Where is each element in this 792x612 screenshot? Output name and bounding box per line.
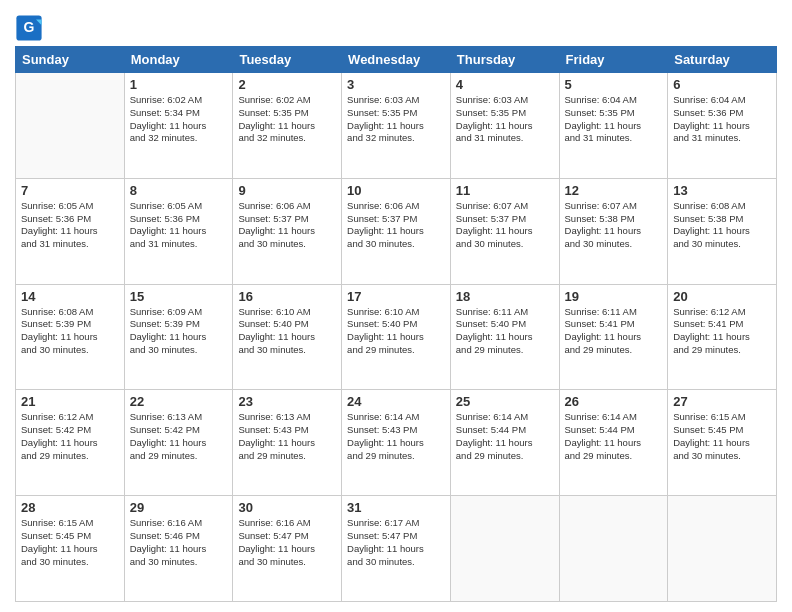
day-cell bbox=[559, 496, 668, 602]
day-cell: 25Sunrise: 6:14 AM Sunset: 5:44 PM Dayli… bbox=[450, 390, 559, 496]
day-detail: Sunrise: 6:13 AM Sunset: 5:43 PM Dayligh… bbox=[238, 411, 336, 462]
day-cell: 29Sunrise: 6:16 AM Sunset: 5:46 PM Dayli… bbox=[124, 496, 233, 602]
day-number: 31 bbox=[347, 500, 445, 515]
day-cell: 7Sunrise: 6:05 AM Sunset: 5:36 PM Daylig… bbox=[16, 178, 125, 284]
day-detail: Sunrise: 6:05 AM Sunset: 5:36 PM Dayligh… bbox=[21, 200, 119, 251]
day-number: 14 bbox=[21, 289, 119, 304]
day-detail: Sunrise: 6:12 AM Sunset: 5:42 PM Dayligh… bbox=[21, 411, 119, 462]
col-header-monday: Monday bbox=[124, 47, 233, 73]
day-detail: Sunrise: 6:15 AM Sunset: 5:45 PM Dayligh… bbox=[21, 517, 119, 568]
day-cell bbox=[450, 496, 559, 602]
day-detail: Sunrise: 6:05 AM Sunset: 5:36 PM Dayligh… bbox=[130, 200, 228, 251]
day-number: 12 bbox=[565, 183, 663, 198]
day-detail: Sunrise: 6:16 AM Sunset: 5:46 PM Dayligh… bbox=[130, 517, 228, 568]
day-cell: 14Sunrise: 6:08 AM Sunset: 5:39 PM Dayli… bbox=[16, 284, 125, 390]
day-cell: 6Sunrise: 6:04 AM Sunset: 5:36 PM Daylig… bbox=[668, 73, 777, 179]
day-number: 19 bbox=[565, 289, 663, 304]
day-detail: Sunrise: 6:14 AM Sunset: 5:43 PM Dayligh… bbox=[347, 411, 445, 462]
day-detail: Sunrise: 6:06 AM Sunset: 5:37 PM Dayligh… bbox=[238, 200, 336, 251]
day-detail: Sunrise: 6:11 AM Sunset: 5:40 PM Dayligh… bbox=[456, 306, 554, 357]
col-header-thursday: Thursday bbox=[450, 47, 559, 73]
day-number: 15 bbox=[130, 289, 228, 304]
day-number: 2 bbox=[238, 77, 336, 92]
day-cell: 16Sunrise: 6:10 AM Sunset: 5:40 PM Dayli… bbox=[233, 284, 342, 390]
day-number: 18 bbox=[456, 289, 554, 304]
day-number: 25 bbox=[456, 394, 554, 409]
day-number: 27 bbox=[673, 394, 771, 409]
day-detail: Sunrise: 6:11 AM Sunset: 5:41 PM Dayligh… bbox=[565, 306, 663, 357]
day-cell: 18Sunrise: 6:11 AM Sunset: 5:40 PM Dayli… bbox=[450, 284, 559, 390]
day-number: 22 bbox=[130, 394, 228, 409]
day-number: 26 bbox=[565, 394, 663, 409]
day-detail: Sunrise: 6:07 AM Sunset: 5:38 PM Dayligh… bbox=[565, 200, 663, 251]
day-cell: 28Sunrise: 6:15 AM Sunset: 5:45 PM Dayli… bbox=[16, 496, 125, 602]
logo: G bbox=[15, 14, 45, 42]
day-cell: 24Sunrise: 6:14 AM Sunset: 5:43 PM Dayli… bbox=[342, 390, 451, 496]
day-detail: Sunrise: 6:02 AM Sunset: 5:35 PM Dayligh… bbox=[238, 94, 336, 145]
day-cell: 27Sunrise: 6:15 AM Sunset: 5:45 PM Dayli… bbox=[668, 390, 777, 496]
day-cell: 30Sunrise: 6:16 AM Sunset: 5:47 PM Dayli… bbox=[233, 496, 342, 602]
logo-icon: G bbox=[15, 14, 43, 42]
day-detail: Sunrise: 6:08 AM Sunset: 5:39 PM Dayligh… bbox=[21, 306, 119, 357]
day-cell: 15Sunrise: 6:09 AM Sunset: 5:39 PM Dayli… bbox=[124, 284, 233, 390]
header-row: SundayMondayTuesdayWednesdayThursdayFrid… bbox=[16, 47, 777, 73]
week-row-2: 7Sunrise: 6:05 AM Sunset: 5:36 PM Daylig… bbox=[16, 178, 777, 284]
day-cell: 31Sunrise: 6:17 AM Sunset: 5:47 PM Dayli… bbox=[342, 496, 451, 602]
day-detail: Sunrise: 6:14 AM Sunset: 5:44 PM Dayligh… bbox=[456, 411, 554, 462]
day-cell: 17Sunrise: 6:10 AM Sunset: 5:40 PM Dayli… bbox=[342, 284, 451, 390]
day-detail: Sunrise: 6:17 AM Sunset: 5:47 PM Dayligh… bbox=[347, 517, 445, 568]
day-detail: Sunrise: 6:08 AM Sunset: 5:38 PM Dayligh… bbox=[673, 200, 771, 251]
day-cell bbox=[668, 496, 777, 602]
header: G bbox=[15, 10, 777, 42]
day-cell: 19Sunrise: 6:11 AM Sunset: 5:41 PM Dayli… bbox=[559, 284, 668, 390]
day-cell: 2Sunrise: 6:02 AM Sunset: 5:35 PM Daylig… bbox=[233, 73, 342, 179]
day-detail: Sunrise: 6:03 AM Sunset: 5:35 PM Dayligh… bbox=[456, 94, 554, 145]
day-number: 16 bbox=[238, 289, 336, 304]
day-number: 4 bbox=[456, 77, 554, 92]
day-detail: Sunrise: 6:10 AM Sunset: 5:40 PM Dayligh… bbox=[347, 306, 445, 357]
day-number: 17 bbox=[347, 289, 445, 304]
day-number: 8 bbox=[130, 183, 228, 198]
day-cell: 20Sunrise: 6:12 AM Sunset: 5:41 PM Dayli… bbox=[668, 284, 777, 390]
day-number: 5 bbox=[565, 77, 663, 92]
day-cell: 3Sunrise: 6:03 AM Sunset: 5:35 PM Daylig… bbox=[342, 73, 451, 179]
week-row-1: 1Sunrise: 6:02 AM Sunset: 5:34 PM Daylig… bbox=[16, 73, 777, 179]
day-number: 30 bbox=[238, 500, 336, 515]
col-header-friday: Friday bbox=[559, 47, 668, 73]
col-header-saturday: Saturday bbox=[668, 47, 777, 73]
day-number: 7 bbox=[21, 183, 119, 198]
day-cell: 8Sunrise: 6:05 AM Sunset: 5:36 PM Daylig… bbox=[124, 178, 233, 284]
day-cell: 23Sunrise: 6:13 AM Sunset: 5:43 PM Dayli… bbox=[233, 390, 342, 496]
day-number: 13 bbox=[673, 183, 771, 198]
day-detail: Sunrise: 6:09 AM Sunset: 5:39 PM Dayligh… bbox=[130, 306, 228, 357]
svg-text:G: G bbox=[24, 19, 35, 35]
day-number: 24 bbox=[347, 394, 445, 409]
day-number: 10 bbox=[347, 183, 445, 198]
day-number: 9 bbox=[238, 183, 336, 198]
day-number: 1 bbox=[130, 77, 228, 92]
day-detail: Sunrise: 6:16 AM Sunset: 5:47 PM Dayligh… bbox=[238, 517, 336, 568]
day-number: 23 bbox=[238, 394, 336, 409]
day-cell: 4Sunrise: 6:03 AM Sunset: 5:35 PM Daylig… bbox=[450, 73, 559, 179]
day-cell: 5Sunrise: 6:04 AM Sunset: 5:35 PM Daylig… bbox=[559, 73, 668, 179]
col-header-sunday: Sunday bbox=[16, 47, 125, 73]
day-number: 20 bbox=[673, 289, 771, 304]
day-cell: 26Sunrise: 6:14 AM Sunset: 5:44 PM Dayli… bbox=[559, 390, 668, 496]
day-detail: Sunrise: 6:15 AM Sunset: 5:45 PM Dayligh… bbox=[673, 411, 771, 462]
day-detail: Sunrise: 6:04 AM Sunset: 5:35 PM Dayligh… bbox=[565, 94, 663, 145]
week-row-4: 21Sunrise: 6:12 AM Sunset: 5:42 PM Dayli… bbox=[16, 390, 777, 496]
day-cell: 22Sunrise: 6:13 AM Sunset: 5:42 PM Dayli… bbox=[124, 390, 233, 496]
day-detail: Sunrise: 6:02 AM Sunset: 5:34 PM Dayligh… bbox=[130, 94, 228, 145]
day-cell: 10Sunrise: 6:06 AM Sunset: 5:37 PM Dayli… bbox=[342, 178, 451, 284]
week-row-3: 14Sunrise: 6:08 AM Sunset: 5:39 PM Dayli… bbox=[16, 284, 777, 390]
day-detail: Sunrise: 6:03 AM Sunset: 5:35 PM Dayligh… bbox=[347, 94, 445, 145]
day-number: 29 bbox=[130, 500, 228, 515]
day-cell: 11Sunrise: 6:07 AM Sunset: 5:37 PM Dayli… bbox=[450, 178, 559, 284]
day-number: 11 bbox=[456, 183, 554, 198]
page: G SundayMondayTuesdayWednesdayThursdayFr… bbox=[0, 0, 792, 612]
day-cell: 12Sunrise: 6:07 AM Sunset: 5:38 PM Dayli… bbox=[559, 178, 668, 284]
calendar-table: SundayMondayTuesdayWednesdayThursdayFrid… bbox=[15, 46, 777, 602]
week-row-5: 28Sunrise: 6:15 AM Sunset: 5:45 PM Dayli… bbox=[16, 496, 777, 602]
day-cell: 9Sunrise: 6:06 AM Sunset: 5:37 PM Daylig… bbox=[233, 178, 342, 284]
day-detail: Sunrise: 6:13 AM Sunset: 5:42 PM Dayligh… bbox=[130, 411, 228, 462]
